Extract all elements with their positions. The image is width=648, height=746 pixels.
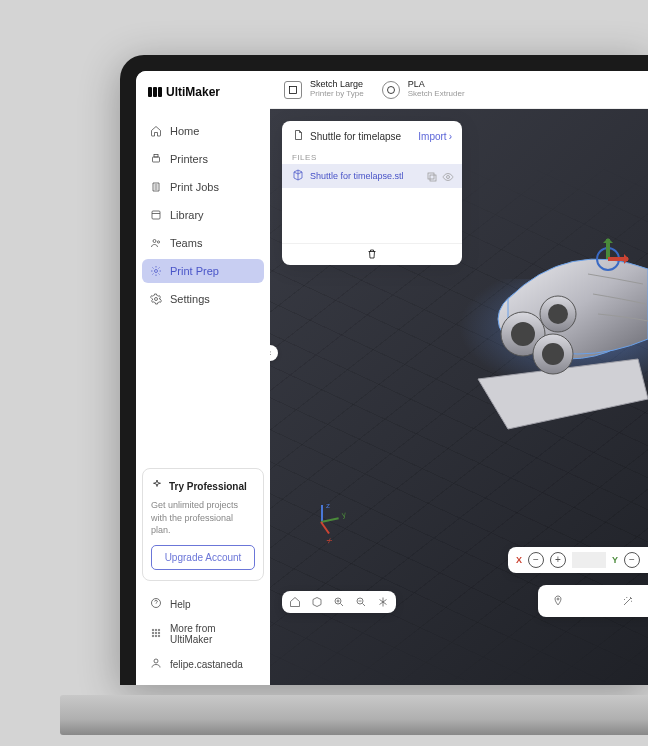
view-cube-button[interactable] bbox=[310, 595, 324, 609]
sidebar-item-print-jobs[interactable]: Print Jobs bbox=[142, 175, 264, 199]
sidebar-item-label: Print Jobs bbox=[170, 181, 219, 193]
model-shuttle[interactable] bbox=[418, 199, 648, 459]
perspective-button[interactable] bbox=[376, 595, 390, 609]
help-link[interactable]: Help bbox=[142, 591, 264, 617]
main-content: Sketch Large Printer by Type PLA Sketch … bbox=[270, 71, 648, 685]
promo-body: Get unlimited projects with the professi… bbox=[151, 499, 255, 537]
svg-point-14 bbox=[152, 635, 154, 637]
svg-point-15 bbox=[155, 635, 157, 637]
y-decrement-button[interactable]: − bbox=[624, 552, 640, 568]
action-toolbar bbox=[538, 585, 648, 617]
sidebar-item-label: Print Prep bbox=[170, 265, 219, 277]
upgrade-account-button[interactable]: Upgrade Account bbox=[151, 545, 255, 570]
x-increment-button[interactable]: + bbox=[550, 552, 566, 568]
svg-point-10 bbox=[158, 629, 160, 631]
home-view-button[interactable] bbox=[288, 595, 302, 609]
position-toolbar: X − + Y − bbox=[508, 547, 648, 573]
trash-icon[interactable] bbox=[366, 246, 378, 264]
svg-point-6 bbox=[155, 298, 158, 301]
svg-point-27 bbox=[542, 343, 564, 365]
pin-icon[interactable] bbox=[548, 591, 568, 611]
document-icon bbox=[292, 129, 304, 143]
axis-y-label: Y bbox=[612, 555, 618, 565]
svg-point-11 bbox=[152, 632, 154, 634]
svg-rect-2 bbox=[152, 211, 160, 219]
eye-icon[interactable] bbox=[442, 171, 452, 181]
brand-name: UltiMaker bbox=[166, 85, 220, 99]
sidebar-item-label: Library bbox=[170, 209, 204, 221]
footer-label: More from UltiMaker bbox=[170, 623, 256, 645]
import-button[interactable]: Import › bbox=[418, 131, 452, 142]
primary-nav: Home Printers Print Jobs Library bbox=[142, 119, 264, 315]
sidebar-item-teams[interactable]: Teams bbox=[142, 231, 264, 255]
sidebar-item-label: Printers bbox=[170, 153, 208, 165]
printer-type-icon bbox=[284, 81, 302, 99]
magic-wand-icon[interactable] bbox=[618, 591, 638, 611]
sidebar-item-printers[interactable]: Printers bbox=[142, 147, 264, 171]
material-selector[interactable]: PLA Sketch Extruder bbox=[382, 80, 465, 99]
zoom-in-button[interactable] bbox=[332, 595, 346, 609]
view-tools bbox=[282, 591, 396, 613]
svg-point-9 bbox=[155, 629, 157, 631]
more-link[interactable]: More from UltiMaker bbox=[142, 617, 264, 651]
svg-rect-21 bbox=[428, 173, 434, 179]
svg-point-3 bbox=[153, 240, 156, 243]
svg-point-5 bbox=[155, 270, 158, 273]
promo-title: Try Professional bbox=[169, 481, 247, 492]
file-name: Shuttle for timelapse.stl bbox=[310, 171, 404, 181]
topbar: Sketch Large Printer by Type PLA Sketch … bbox=[270, 71, 648, 109]
svg-point-4 bbox=[157, 241, 159, 243]
sidebar-item-home[interactable]: Home bbox=[142, 119, 264, 143]
axis-x-label: X bbox=[516, 555, 522, 565]
svg-rect-18 bbox=[290, 86, 297, 93]
project-name: Shuttle for timelapse bbox=[310, 131, 401, 142]
user-name: felipe.castaneda bbox=[170, 659, 243, 670]
grid-icon bbox=[150, 627, 162, 641]
svg-point-8 bbox=[152, 629, 154, 631]
gizmo-x-arrow[interactable] bbox=[608, 257, 628, 261]
svg-point-17 bbox=[154, 659, 158, 663]
material-sub: Sketch Extruder bbox=[408, 90, 465, 99]
axis-x-icon bbox=[320, 521, 330, 534]
transform-gizmo[interactable] bbox=[588, 239, 628, 279]
x-coordinate-input[interactable] bbox=[572, 552, 606, 568]
sparkle-icon bbox=[151, 479, 163, 493]
help-icon bbox=[150, 597, 162, 611]
sidebar-item-label: Home bbox=[170, 125, 199, 137]
gizmo-y-arrow[interactable] bbox=[606, 239, 610, 259]
printer-selector[interactable]: Sketch Large Printer by Type bbox=[284, 80, 364, 99]
printer-sub: Printer by Type bbox=[310, 90, 364, 99]
duplicate-icon[interactable] bbox=[426, 171, 436, 181]
print-prep-icon bbox=[150, 265, 162, 277]
svg-point-12 bbox=[155, 632, 157, 634]
library-icon bbox=[150, 209, 162, 221]
file-row[interactable]: Shuttle for timelapse.stl bbox=[282, 164, 462, 188]
svg-rect-0 bbox=[153, 157, 160, 162]
zoom-out-button[interactable] bbox=[354, 595, 368, 609]
svg-point-30 bbox=[557, 598, 559, 600]
upgrade-promo: Try Professional Get unlimited projects … bbox=[142, 468, 264, 581]
material-icon bbox=[382, 81, 400, 99]
files-heading: FILES bbox=[282, 151, 462, 164]
axis-origin-indicator bbox=[316, 505, 352, 547]
brand: UltiMaker bbox=[142, 79, 264, 105]
svg-point-13 bbox=[158, 632, 160, 634]
cube-icon bbox=[292, 169, 304, 183]
x-decrement-button[interactable]: − bbox=[528, 552, 544, 568]
svg-point-25 bbox=[511, 322, 535, 346]
footer-label: Help bbox=[170, 599, 191, 610]
user-account[interactable]: felipe.castaneda bbox=[142, 651, 264, 677]
teams-icon bbox=[150, 237, 162, 249]
sidebar-item-library[interactable]: Library bbox=[142, 203, 264, 227]
svg-point-19 bbox=[387, 86, 394, 93]
sidebar-item-settings[interactable]: Settings bbox=[142, 287, 264, 311]
jobs-icon bbox=[150, 181, 162, 193]
sidebar-item-print-prep[interactable]: Print Prep bbox=[142, 259, 264, 283]
viewport-3d[interactable]: Shuttle for timelapse Import › FILES Shu… bbox=[270, 109, 648, 685]
chevron-right-icon: › bbox=[449, 131, 452, 142]
svg-rect-1 bbox=[154, 155, 158, 158]
svg-point-29 bbox=[548, 304, 568, 324]
sidebar-item-label: Teams bbox=[170, 237, 202, 249]
sidebar-item-label: Settings bbox=[170, 293, 210, 305]
user-icon bbox=[150, 657, 162, 671]
